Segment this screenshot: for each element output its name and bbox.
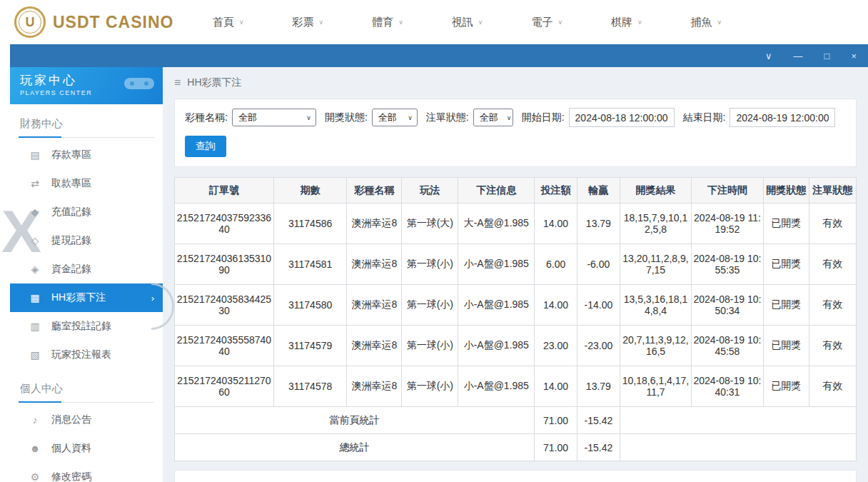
page-total-winloss: -15.42 (577, 407, 620, 434)
menu-toggle-icon[interactable]: ≡ (174, 76, 181, 89)
page-total-bet: 71.00 (535, 407, 577, 434)
brand-logo[interactable]: U USDT CASINO (0, 6, 178, 38)
table-cell: 大-A盤@1.985 (458, 204, 535, 244)
col-draw-result: 開獎結果 (620, 178, 691, 204)
page-title: HH彩票下注 (187, 76, 241, 89)
table-cell: 第一球(小) (402, 326, 458, 366)
nav-label: 棋牌 (611, 16, 632, 29)
col-period: 期數 (273, 178, 347, 204)
table-cell: 13,5,3,16,18,14,8,4 (620, 285, 691, 326)
sidebar-item-label: 充值記錄 (51, 206, 91, 219)
table-header-row: 訂單號 期數 彩種名稱 玩法 下注信息 投注額 輸贏 開獎結果 下注時間 開獎狀… (175, 178, 857, 204)
table-cell: 14.00 (535, 204, 577, 244)
table-cell: 小-A盤@1.985 (458, 285, 535, 326)
table-cell: 已開獎 (763, 285, 809, 326)
table-cell: 31174586 (273, 204, 347, 244)
bets-table: 訂單號 期數 彩種名稱 玩法 下注信息 投注額 輸贏 開獎結果 下注時間 開獎狀… (174, 177, 857, 461)
table-cell: 第一球(小) (402, 244, 458, 285)
nav-item-fishing[interactable]: 捕魚∨ (691, 16, 722, 29)
table-cell: 20,7,11,3,9,12,16,5 (620, 326, 691, 366)
table-cell: 小-A盤@1.985 (458, 326, 535, 366)
sidebar-item-recharge-record[interactable]: ◆充值記錄 (10, 198, 163, 226)
chevron-down-icon: ∨ (319, 19, 324, 26)
table-cell: 2024-08-19 10:55:35 (692, 244, 763, 285)
sidebar-item-withdrawal-record[interactable]: ◇提現記錄 (10, 226, 163, 255)
search-button[interactable]: 查詢 (185, 136, 226, 157)
nav-label: 視訊 (452, 16, 473, 29)
table-cell: 2152172403555874040 (175, 326, 274, 366)
sidebar-item-label: 廳室投註記錄 (51, 320, 111, 333)
end-date-input[interactable] (730, 108, 835, 127)
sidebar: 玩家中心 PLAYERS CENTER 財務中心▤存款專區⇄取款專區◆充值記錄◇… (10, 67, 163, 482)
chevron-down-icon: ∨ (408, 114, 413, 121)
gamepad-icon (123, 74, 156, 93)
window-close-icon[interactable]: × (851, 51, 857, 61)
sidebar-section-finance: 財務中心 (19, 111, 154, 138)
table-cell: 31174581 (273, 244, 347, 285)
nav-item-lottery[interactable]: 彩票∨ (293, 16, 324, 29)
window-maximize-icon[interactable]: □ (824, 51, 830, 61)
window-collapse-icon[interactable]: ∨ (765, 51, 772, 61)
chevron-right-icon: › (151, 293, 154, 303)
sidebar-item-hall-bet-record[interactable]: ▥廳室投註記錄 (10, 312, 163, 341)
table-cell: 2152172403613531090 (175, 244, 274, 285)
table-cell: 第一球(大) (402, 204, 458, 244)
chevron-down-icon: ∨ (637, 19, 642, 26)
sidebar-item-label: 資金記錄 (51, 263, 91, 276)
nav-item-home[interactable]: 首頁∨ (213, 16, 244, 29)
sidebar-menu: 財務中心▤存款專區⇄取款專區◆充值記錄◇提現記錄◈資金記錄▦HH彩票下注›▥廳室… (10, 111, 163, 482)
nav-label: 體育 (372, 16, 393, 29)
col-lottery-name: 彩種名稱 (347, 178, 402, 204)
table-cell: 已開獎 (763, 366, 809, 407)
nav-item-slots[interactable]: 電子∨ (531, 16, 562, 29)
col-bet-info: 下注信息 (458, 178, 535, 204)
lottery-name-select[interactable]: 全部 ∨ (232, 109, 316, 126)
nav-item-board[interactable]: 棋牌∨ (611, 16, 642, 29)
table-cell: 13,20,11,2,8,9,7,15 (620, 244, 691, 285)
table-cell: 14.00 (535, 285, 577, 326)
table-cell: 2024-08-19 10:45:58 (692, 326, 763, 366)
table-cell: 14.00 (535, 366, 577, 407)
sidebar-item-label: 玩家投注報表 (51, 348, 111, 361)
nav-item-sports[interactable]: 體育∨ (372, 16, 403, 29)
start-date-input[interactable] (569, 108, 675, 127)
table-cell: -23.00 (577, 326, 620, 366)
sidebar-item-change-password[interactable]: ⚙修改密碼 (10, 463, 163, 482)
window-titlebar: ∨ — □ × (10, 44, 868, 67)
deposit-icon: ▤ (29, 149, 41, 161)
table-cell: 第一球(小) (402, 285, 458, 326)
col-bet-amount: 投注額 (535, 178, 577, 204)
withdrawal-record-icon: ◇ (29, 235, 41, 246)
page-total-row: 當前頁統計 71.00 -15.42 (175, 407, 857, 434)
order-status-select[interactable]: 全部 ∨ (473, 109, 513, 126)
sidebar-section-personal: 個人中心 (19, 376, 154, 403)
table-cell: 18,15,7,9,10,12,5,8 (620, 204, 691, 244)
sidebar-item-profile[interactable]: ☻個人資料 (10, 434, 163, 463)
table-cell: 澳洲幸运8 (347, 326, 402, 366)
sidebar-item-label: 修改密碼 (51, 471, 91, 482)
sidebar-item-player-bet-report[interactable]: ▧玩家投注報表 (10, 341, 163, 369)
page-total-empty (620, 407, 856, 434)
sidebar-item-withdraw[interactable]: ⇄取款專區 (10, 169, 163, 198)
draw-status-value: 全部 (378, 111, 397, 124)
chevron-down-icon: ∨ (557, 19, 562, 26)
chevron-down-icon: ∨ (306, 114, 311, 121)
sidebar-item-deposit[interactable]: ▤存款專區 (10, 141, 163, 169)
sidebar-item-label: 個人資料 (51, 442, 91, 455)
window-minimize-icon[interactable]: — (794, 51, 803, 61)
hall-bet-record-icon: ▥ (29, 321, 41, 332)
table-cell: 澳洲幸运8 (347, 204, 402, 244)
table-cell: 31174580 (273, 285, 347, 326)
nav-item-live[interactable]: 視訊∨ (452, 16, 483, 29)
draw-status-select[interactable]: 全部 ∨ (372, 109, 418, 126)
sidebar-item-label: 存款專區 (51, 149, 91, 161)
col-order-id: 訂單號 (175, 178, 274, 204)
table-cell: 已開獎 (763, 326, 809, 366)
table-cell: 小-A盤@1.985 (458, 244, 535, 285)
sidebar-item-announcements[interactable]: ♪消息公告 (10, 406, 163, 434)
sidebar-item-funds-record[interactable]: ◈資金記錄 (10, 255, 163, 283)
sidebar-item-hh-lottery-bet[interactable]: ▦HH彩票下注› (10, 283, 163, 312)
nav-label: 彩票 (293, 16, 314, 29)
col-win-loss: 輸贏 (577, 178, 620, 204)
table-cell: 有效 (809, 366, 856, 407)
